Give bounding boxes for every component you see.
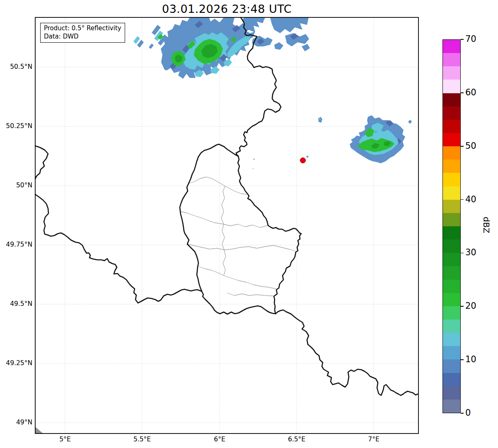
colorbar-tick-label: 0 <box>465 408 471 418</box>
colorbar-segment <box>443 320 460 333</box>
colorbar-segment <box>443 120 460 133</box>
colorbar-segment <box>443 160 460 173</box>
colorbar-segment <box>443 386 460 400</box>
colorbar <box>442 39 461 413</box>
echo-speck <box>408 120 412 124</box>
colorbar-segment <box>443 93 460 107</box>
colorbar-segment <box>443 53 460 66</box>
colorbar-segment <box>443 240 460 253</box>
border-fr-be-north <box>35 146 48 179</box>
colorbar-segment <box>443 186 460 200</box>
map-frame <box>35 17 418 433</box>
canton-border-line <box>227 293 273 296</box>
x-tick-label: 5.5°E <box>133 436 151 443</box>
colorbar-segment <box>443 359 460 373</box>
echo-patch <box>285 33 309 46</box>
radar-echo-north-band <box>133 17 310 79</box>
echo-patch <box>274 42 283 50</box>
echo-streak <box>149 44 154 49</box>
national-borders <box>35 17 418 395</box>
border-fr-lu <box>215 306 276 314</box>
border-be-lu <box>180 144 238 310</box>
colorbar-tick-mark <box>461 39 464 40</box>
product-label: Product: 0.5° Reflectivity <box>44 24 121 33</box>
echo-patch <box>270 17 309 33</box>
data-source-label: Data: DWD <box>44 33 121 41</box>
colorbar-tick-label: 60 <box>465 87 476 97</box>
y-tick-label: 50.5°N <box>10 63 32 70</box>
colorbar-segment <box>443 133 460 146</box>
canton-border-line <box>198 266 224 276</box>
y-tick-label: 50.25°N <box>6 122 32 130</box>
colorbar-tick-mark <box>461 306 464 307</box>
map-corner-artifact <box>35 427 43 433</box>
x-tick-label: 6°E <box>214 436 225 443</box>
x-tick-label: 7°E <box>368 436 379 443</box>
colorbar-segment <box>443 213 460 226</box>
canton-border-line <box>223 250 226 276</box>
colorbar-segment <box>443 107 460 120</box>
colorbar-tick-label: 70 <box>465 34 476 44</box>
colorbar-tick-label: 10 <box>465 354 476 364</box>
radar-echo-east-cell <box>253 115 412 169</box>
colorbar-segment <box>443 253 460 266</box>
echo-speck <box>253 168 254 169</box>
colorbar-segment <box>443 66 460 80</box>
canton-border-line <box>189 177 247 194</box>
radar-site-marker <box>300 158 306 163</box>
colorbar-segment <box>443 400 460 413</box>
echo-speck <box>319 119 321 120</box>
colorbar-segment <box>443 146 460 160</box>
border-de-lu <box>238 156 301 314</box>
canton-border-line <box>224 224 268 228</box>
colorbar-segment <box>443 280 460 293</box>
canton-border-line <box>187 244 295 251</box>
y-tick-label: 49.5°N <box>10 300 32 308</box>
colorbar-segment <box>443 173 460 186</box>
colorbar-tick-label: 30 <box>465 247 476 257</box>
canton-border-line <box>221 186 225 224</box>
colorbar-tick-label: 40 <box>465 194 476 204</box>
colorbar-segment <box>443 40 460 53</box>
x-tick-label: 6.5°E <box>288 436 305 443</box>
canton-border-line <box>222 224 225 250</box>
y-tick-label: 49.75°N <box>6 241 32 248</box>
colorbar-segment <box>443 293 460 306</box>
canton-border-line <box>224 276 276 289</box>
colorbar-segment <box>443 346 460 359</box>
colorbar-tick-label: 50 <box>465 141 476 151</box>
colorbar-tick-mark <box>461 253 464 254</box>
y-tick-label: 49.25°N <box>6 359 32 367</box>
canton-border-line <box>180 211 224 224</box>
colorbar-tick-mark <box>461 413 464 414</box>
colorbar-tick-mark <box>461 146 464 147</box>
colorbar-segment <box>443 333 460 346</box>
echo-speck <box>254 159 255 160</box>
border-fr-be <box>35 194 202 303</box>
echo-patch <box>210 66 220 74</box>
map-canvas <box>0 0 498 448</box>
radar-figure: 03.01.2026 23:48 UTC Product: 0.5° Refle… <box>0 0 498 448</box>
colorbar-segment <box>443 226 460 240</box>
y-tick-label: 49°N <box>16 419 32 426</box>
colorbar-segment <box>443 266 460 279</box>
colorbar-tick-mark <box>461 199 464 200</box>
echo-patch <box>241 17 265 33</box>
product-info-box: Product: 0.5° Reflectivity Data: DWD <box>40 23 125 43</box>
colorbar-segment <box>443 200 460 213</box>
y-tick-label: 50°N <box>16 182 32 189</box>
canton-borders <box>180 177 295 296</box>
graticule <box>35 17 418 433</box>
colorbar-unit-label: dBZ <box>481 216 491 234</box>
colorbar-segment <box>443 373 460 386</box>
colorbar-segment <box>443 80 460 93</box>
page-title: 03.01.2026 23:48 UTC <box>35 2 418 15</box>
colorbar-segment <box>443 306 460 320</box>
echo-speck <box>307 156 309 158</box>
echo-patch <box>302 44 310 51</box>
colorbar-tick-mark <box>461 359 464 360</box>
colorbar-tick-label: 20 <box>465 301 476 311</box>
x-tick-label: 5°E <box>59 436 70 443</box>
colorbar-tick-mark <box>461 92 464 93</box>
